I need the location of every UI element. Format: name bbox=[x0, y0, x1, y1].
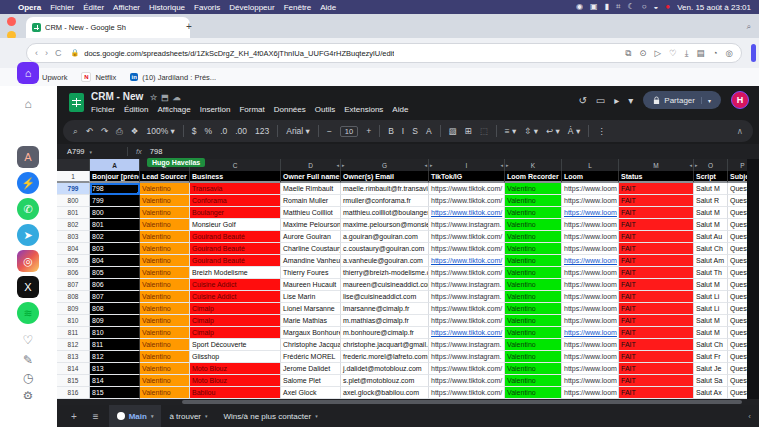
row-header-805[interactable]: 805 bbox=[57, 255, 90, 267]
sheet-tab-caret-icon[interactable]: ▾ bbox=[151, 413, 154, 419]
cell-A[interactable]: 805 bbox=[90, 267, 140, 279]
cell-loom-recorder[interactable]: Valentino bbox=[505, 291, 562, 303]
cell-loom-recorder[interactable]: Valentino bbox=[505, 279, 562, 291]
cell-email[interactable]: christophe.jacquart@gmail.com bbox=[341, 339, 429, 351]
cell-script[interactable]: Salut M bbox=[694, 315, 728, 327]
cell-A[interactable]: 808 bbox=[90, 303, 140, 315]
cell-lead-sourcer[interactable]: Valentino bbox=[140, 195, 190, 207]
add-sheet-button[interactable]: + bbox=[65, 411, 83, 422]
font-select[interactable]: Arial ▾ bbox=[286, 126, 310, 136]
row-header-809[interactable]: 809 bbox=[57, 303, 90, 315]
cell-social-link[interactable]: https://www.tiktok.com/ bbox=[429, 327, 505, 339]
cell-business[interactable]: Gouirand Beauté bbox=[190, 243, 281, 255]
font-size-value[interactable]: 10 bbox=[340, 126, 358, 137]
cell-social-link[interactable]: https://www.tiktok.com/ bbox=[429, 387, 505, 399]
cell-loom-recorder[interactable]: Valentino bbox=[505, 243, 562, 255]
cell-lead-sourcer[interactable]: Valentino bbox=[140, 279, 190, 291]
hidden-columns-left-icon[interactable]: ▸ bbox=[506, 162, 509, 168]
cell-business[interactable]: Sport Découverte bbox=[190, 339, 281, 351]
horizontal-scrollbar-thumb[interactable] bbox=[182, 400, 742, 404]
cell-owner[interactable]: Thierry Foures bbox=[281, 267, 341, 279]
cell-business[interactable]: Conforama bbox=[190, 195, 281, 207]
row-header-802[interactable]: 802 bbox=[57, 219, 90, 231]
hidden-columns-right-icon[interactable]: ◂ bbox=[500, 162, 503, 168]
cell-social-link[interactable]: https://www.tiktok.com/ bbox=[429, 315, 505, 327]
cell-lead-sourcer[interactable]: Valentino bbox=[140, 183, 190, 195]
cell-loom-link[interactable]: https://www.loom bbox=[562, 207, 619, 219]
toolbar-search-icon[interactable]: ⌕ bbox=[73, 126, 78, 137]
hidden-columns-right-icon[interactable]: ◂ bbox=[424, 162, 427, 168]
cell-script[interactable]: Salut Sa bbox=[694, 375, 728, 387]
cell-owner[interactable]: Jerome Dalidet bbox=[281, 363, 341, 375]
cell-email[interactable]: maxime.pelourson@monsieurgol bbox=[341, 219, 429, 231]
cell-email[interactable]: maelle.rimbault@fr.transavia.com bbox=[341, 183, 429, 195]
cell-status[interactable]: FAIT bbox=[619, 375, 694, 387]
column-header-I[interactable]: I▸◂ bbox=[429, 159, 505, 171]
row-header-1[interactable]: 1 bbox=[57, 171, 90, 183]
cell-A[interactable]: 799 bbox=[90, 195, 140, 207]
cell-loom-recorder[interactable]: Valentino bbox=[505, 339, 562, 351]
cell-business[interactable]: Moto Blouz bbox=[190, 363, 281, 375]
cell-script[interactable]: Salut Je bbox=[694, 363, 728, 375]
cloud-status-icon[interactable]: ☁ bbox=[173, 93, 181, 102]
version-history-icon[interactable]: ↺ bbox=[578, 95, 586, 106]
name-box[interactable]: A799▾ bbox=[57, 147, 119, 156]
cell-email[interactable]: frederic.morel@lafreto.com bbox=[341, 351, 429, 363]
share-button[interactable]: Partager ▾ bbox=[643, 91, 721, 109]
cell-owner[interactable]: Maureen Hucault bbox=[281, 279, 341, 291]
address-bar[interactable]: ‹ › C 🔒 docs.google.com/spreadsheets/d/1… bbox=[26, 43, 742, 63]
sheets-menu-outils[interactable]: Outils bbox=[315, 105, 335, 114]
font-size-increase-icon[interactable]: + bbox=[366, 126, 371, 136]
star-icon[interactable]: ☆ bbox=[150, 93, 157, 102]
whatsapp-icon[interactable]: ✆ bbox=[17, 198, 39, 220]
sheet-tab-caret-icon[interactable]: ▾ bbox=[315, 413, 318, 419]
merge-cells-icon[interactable]: ⬚ bbox=[480, 126, 488, 136]
menu-historique[interactable]: Historique bbox=[149, 3, 185, 12]
cell-status[interactable]: FAIT bbox=[619, 183, 694, 195]
menu-afficher[interactable]: Afficher bbox=[113, 3, 140, 12]
sheets-menu-édition[interactable]: Édition bbox=[124, 105, 148, 114]
sheets-menu-insertion[interactable]: Insertion bbox=[200, 105, 231, 114]
vertical-align-icon[interactable]: ⇳ ▾ bbox=[524, 126, 538, 136]
cell-lead-sourcer[interactable]: Valentino bbox=[140, 255, 190, 267]
cell-lead-sourcer[interactable]: Valentino bbox=[140, 243, 190, 255]
browser-tab[interactable]: CRM - New - Google Sh bbox=[26, 17, 190, 38]
cell-lead-sourcer[interactable]: Valentino bbox=[140, 267, 190, 279]
cell-social-link[interactable]: https://www.tiktok.com/ bbox=[429, 303, 505, 315]
cell-script[interactable]: Salut M bbox=[694, 327, 728, 339]
cell-social-link[interactable]: https://www.tiktok.com/ bbox=[429, 183, 505, 195]
row-header-815[interactable]: 815 bbox=[57, 375, 90, 387]
currency-icon[interactable]: $ bbox=[192, 126, 197, 136]
cell-A[interactable]: 800 bbox=[90, 207, 140, 219]
cell-loom-link[interactable]: https://www.loom bbox=[562, 303, 619, 315]
cell-email[interactable]: matthieu.coilliot@boulanger.com bbox=[341, 207, 429, 219]
download-icon[interactable]: ⤓ bbox=[685, 48, 689, 59]
cell-business[interactable]: Moto Blouz bbox=[190, 375, 281, 387]
cell-loom-recorder[interactable]: Valentino bbox=[505, 183, 562, 195]
cell-email[interactable]: j.dalidet@motoblouz.com bbox=[341, 363, 429, 375]
share-icon[interactable]: ⧉ bbox=[625, 48, 631, 59]
italic-icon[interactable]: I bbox=[402, 126, 404, 136]
cell-A[interactable]: 809 bbox=[90, 315, 140, 327]
cell-status[interactable]: FAIT bbox=[619, 243, 694, 255]
cell-business[interactable]: Cuisine Addict bbox=[190, 279, 281, 291]
cell-script[interactable]: Salut Ax bbox=[694, 387, 728, 399]
bookmark-linkedin-jardiland[interactable]: in(10) Jardiland : Prés... bbox=[130, 73, 216, 82]
horizontal-align-icon[interactable]: ≡ ▾ bbox=[505, 126, 517, 136]
telegram-icon[interactable]: ➤ bbox=[17, 224, 39, 246]
reading-list-icon[interactable]: ▤ bbox=[696, 48, 704, 59]
header-cell-B[interactable]: Lead Sourcer bbox=[140, 171, 190, 183]
likes-heart-icon[interactable]: ♡ bbox=[20, 332, 36, 348]
cell-loom-link[interactable]: https://www.loom bbox=[562, 363, 619, 375]
row-header-803[interactable]: 803 bbox=[57, 231, 90, 243]
cell-lead-sourcer[interactable]: Valentino bbox=[140, 207, 190, 219]
cell-script[interactable]: Salut Am bbox=[694, 255, 728, 267]
cell-loom-link[interactable]: https://www.loom bbox=[562, 231, 619, 243]
column-header-M[interactable]: M◂ bbox=[619, 159, 694, 171]
account-avatar[interactable]: H bbox=[731, 91, 749, 109]
cell-business[interactable]: Gouirand Beauté bbox=[190, 231, 281, 243]
decrease-decimals-icon[interactable]: .0 bbox=[220, 126, 227, 136]
pinboard-icon[interactable]: ⌂ bbox=[20, 96, 36, 112]
cell-loom-link[interactable]: https://www.loom bbox=[562, 255, 619, 267]
cell-owner[interactable]: Charline Coustaury bbox=[281, 243, 341, 255]
